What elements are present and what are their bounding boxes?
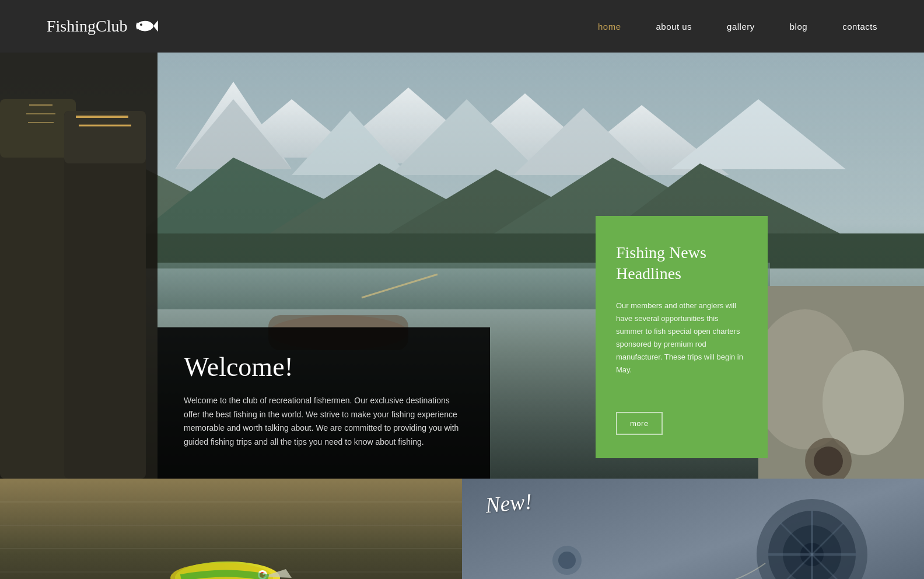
fish-icon xyxy=(132,15,160,37)
svg-point-2 xyxy=(140,23,142,26)
site-header: FishingClub home about us gallery blog c… xyxy=(0,0,924,53)
nav-gallery[interactable]: gallery xyxy=(727,22,755,32)
nav-blog[interactable]: blog xyxy=(790,22,807,32)
news-body: Our members and other anglers will have … xyxy=(616,299,747,397)
hero-title: Welcome! xyxy=(184,351,464,382)
svg-rect-30 xyxy=(64,111,146,163)
new-label: New! xyxy=(484,489,533,518)
hero-section: Welcome! Welcome to the club of recreati… xyxy=(0,53,924,479)
hero-description: Welcome to the club of recreational fish… xyxy=(184,394,464,449)
hero-welcome-overlay: Welcome! Welcome to the club of recreati… xyxy=(158,328,490,479)
main-nav: home about us gallery blog contacts xyxy=(598,22,877,32)
news-more-button[interactable]: more xyxy=(616,412,663,435)
svg-rect-29 xyxy=(64,111,146,479)
card-fishing-lure[interactable]: Fishing Lure xyxy=(0,479,462,579)
svg-marker-1 xyxy=(153,20,158,32)
svg-point-66 xyxy=(558,552,576,569)
nav-home[interactable]: home xyxy=(598,22,621,32)
logo-text: FishingClub xyxy=(47,17,127,36)
news-panel: Fishing News Headlines Our members and o… xyxy=(596,216,768,458)
lure-background xyxy=(0,479,462,579)
card-reels[interactable]: New! Reels xyxy=(462,479,924,579)
nav-about[interactable]: about us xyxy=(656,22,692,32)
nav-contacts[interactable]: contacts xyxy=(842,22,877,32)
logo[interactable]: FishingClub xyxy=(47,15,160,37)
bottom-cards: Fishing Lure xyxy=(0,479,924,579)
svg-point-40 xyxy=(814,447,843,476)
svg-point-0 xyxy=(136,21,153,32)
news-title: Fishing News Headlines xyxy=(616,242,747,285)
